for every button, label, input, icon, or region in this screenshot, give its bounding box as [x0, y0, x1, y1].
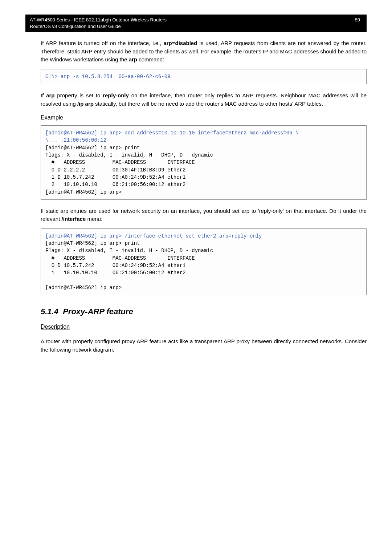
bold-reply-only: reply-only [103, 92, 129, 98]
page-number: 89 [355, 17, 362, 23]
text-fragment: command: [137, 56, 164, 62]
section-heading: 5.1.4 Proxy-ARP feature [41, 307, 367, 316]
bold-arp: arp [129, 56, 137, 62]
code-output: [admin@AT-WR4562] ip arp> print Flags: X… [45, 145, 213, 195]
paragraph-arp-disabled: If ARP feature is turned off on the inte… [41, 39, 367, 64]
paragraph-proxy-arp: A router with properly configured proxy … [41, 337, 367, 354]
heading-description: Description [41, 324, 367, 330]
header-title-line2: RouterOS v3 Configuration and User Guide [30, 23, 167, 30]
text-fragment: If [41, 92, 46, 98]
bold-arp-disabled: arp=disabled [163, 40, 197, 46]
bold-interface: /interface [62, 216, 86, 222]
paragraph-reply-only: If arp property is set to reply-only on … [41, 92, 367, 108]
code-block-arp-command: C:\> arp -s 10.5.8.254 00-aa-00-62-c6-09 [41, 69, 367, 84]
header-title-line1: AT-WR4500 Series - IEEE 802.11abgh Outdo… [30, 17, 167, 23]
section-title: Proxy-ARP feature [63, 307, 133, 316]
text-fragment: property is set to [55, 92, 103, 98]
paragraph-static-arp: If static arp entries are used for netwo… [41, 207, 367, 223]
code-block-arp-add: [admin@AT-WR4562] ip arp> add address=10… [41, 125, 367, 200]
code-command: [admin@AT-WR4562] ip arp> /interface eth… [45, 233, 262, 239]
heading-example: Example [41, 114, 367, 121]
bold-ip-arp: /ip arp [77, 101, 94, 107]
code-output: [admin@AT-WR4562] ip arp> print Flags: X… [45, 240, 213, 291]
section-number: 5.1.4 [41, 307, 58, 316]
code-line: C:\> arp -s 10.5.8.254 00-aa-00-62-c6-09 [45, 74, 170, 80]
code-command: [admin@AT-WR4562] ip arp> add address=10… [45, 130, 298, 143]
header-title-block: AT-WR4500 Series - IEEE 802.11abgh Outdo… [30, 17, 167, 30]
bold-arp: arp [46, 92, 54, 98]
text-fragment: menu: [86, 216, 102, 222]
code-block-interface-set: [admin@AT-WR4562] ip arp> /interface eth… [41, 228, 367, 295]
page-header: AT-WR4500 Series - IEEE 802.11abgh Outdo… [25, 15, 367, 32]
text-fragment: If ARP feature is turned off on the inte… [41, 40, 163, 46]
text-fragment: statically, but there will be no need to… [94, 101, 323, 107]
